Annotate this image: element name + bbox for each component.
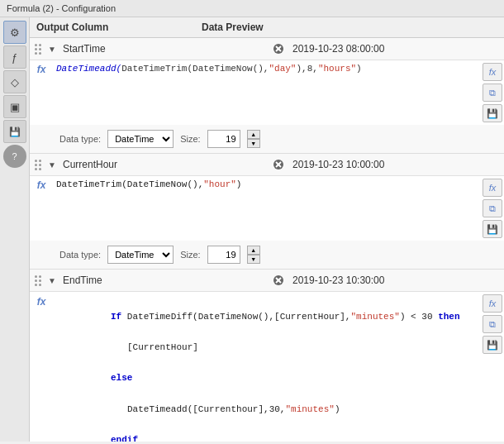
columns-header: Output Column Data Preview [30,17,504,38]
formula-text-2[interactable]: DateTimeTrim(DateTimeNow(),"hour") [53,176,481,241]
block1-datatype: Data type: DateTime String Integer Doubl… [30,125,504,153]
drag-handle-1[interactable] [33,42,45,56]
preview-value-2: 2019-10-23 10:00:00 [286,159,501,170]
save-btn[interactable]: 💾 [3,120,26,143]
size-down-2[interactable]: ▼ [247,255,260,264]
content-area: Output Column Data Preview ▼ StartTime 2… [30,17,504,442]
formula-block-1: ▼ StartTime 2019-10-23 08:00:00 fx DateT… [30,38,504,154]
help-btn[interactable]: ? [3,145,26,168]
tag-btn[interactable]: ◇ [3,70,26,93]
chevron-1[interactable]: ▼ [45,41,59,56]
title-text: Formula (2) - Configuration [7,3,116,13]
side-icon-save-2[interactable]: 💾 [483,220,502,238]
block1-header: ▼ StartTime 2019-10-23 08:00:00 [30,38,504,60]
block2-editor: fx DateTimeTrim(DateTimeNow(),"hour") fx… [30,176,504,241]
datatype-select-1[interactable]: DateTime String Integer Double [107,130,174,148]
fx-icon-1[interactable]: fx [30,60,53,79]
side-icons-3: fx ⧉ 💾 [481,292,504,356]
field-name-2: CurrentHour [59,159,271,170]
side-icons-2: fx ⧉ 💾 [481,176,504,241]
formula-text-3[interactable]: If DateTimeDiff(DateTimeNow(),[CurrentHo… [53,292,481,442]
datatype-label-2: Data type: [59,250,101,260]
block1-editor: fx DateTimeadd(DateTimeTrim(DateTimeNow(… [30,60,504,125]
formula-block-2: ▼ CurrentHour 2019-10-23 10:00:00 fx Dat… [30,154,504,270]
side-icon-fx-2[interactable]: fx [483,179,502,197]
formula-text-1[interactable]: DateTimeadd(DateTimeTrim(DateTimeNow(),"… [53,60,481,125]
output-column-header: Output Column [36,21,202,33]
size-up-2[interactable]: ▲ [247,246,260,255]
settings-btn[interactable]: ⚙ [3,21,26,44]
block3-editor: fx If DateTimeDiff(DateTimeNow(),[Curren… [30,292,504,442]
side-icon-copy-2[interactable]: ⧉ [483,199,502,217]
block2-datatype: Data type: DateTime String Integer Doubl… [30,241,504,269]
left-toolbar: ⚙ ƒ ◇ ▣ 💾 ? [0,17,30,442]
database-btn[interactable]: ▣ [3,95,26,118]
datatype-select-2[interactable]: DateTime String Integer Double [107,246,174,264]
size-label-2: Size: [180,250,200,260]
field-name-1: StartTime [59,43,271,55]
preview-value-3: 2019-10-23 10:30:00 [286,275,501,286]
drag-handle-2[interactable] [33,158,45,172]
block2-header: ▼ CurrentHour 2019-10-23 10:00:00 [30,154,504,176]
clear-btn-2[interactable] [271,157,286,172]
side-icon-fx-3[interactable]: fx [483,294,502,313]
fx-icon-3[interactable]: fx [30,292,53,310]
size-label-1: Size: [180,134,200,144]
side-icons-1: fx ⧉ 💾 [481,60,504,125]
side-icon-copy-3[interactable]: ⧉ [483,315,502,333]
size-input-2[interactable] [207,246,240,264]
formula-block-3: ▼ EndTime 2019-10-23 10:30:00 fx If Date… [30,270,504,442]
side-icon-fx-1[interactable]: fx [483,63,502,81]
side-icon-copy-1[interactable]: ⧉ [483,84,502,102]
block3-header: ▼ EndTime 2019-10-23 10:30:00 [30,270,504,292]
chevron-3[interactable]: ▼ [45,273,59,288]
data-preview-header: Data Preview [202,21,497,33]
fx-icon-2[interactable]: fx [30,176,53,194]
side-icon-save-3[interactable]: 💾 [483,336,502,354]
clear-btn-3[interactable] [271,273,286,288]
preview-value-1: 2019-10-23 08:00:00 [286,43,501,55]
datatype-label-1: Data type: [59,134,101,144]
function-btn[interactable]: ƒ [3,45,26,69]
chevron-2[interactable]: ▼ [45,157,59,172]
side-icon-save-1[interactable]: 💾 [483,104,502,122]
title-bar: Formula (2) - Configuration [0,0,504,17]
size-up-1[interactable]: ▲ [247,130,260,139]
size-input-1[interactable] [207,130,240,148]
drag-handle-3[interactable] [33,274,45,288]
size-down-1[interactable]: ▼ [247,139,260,148]
field-name-3: EndTime [59,275,271,286]
clear-btn-1[interactable] [271,41,286,56]
